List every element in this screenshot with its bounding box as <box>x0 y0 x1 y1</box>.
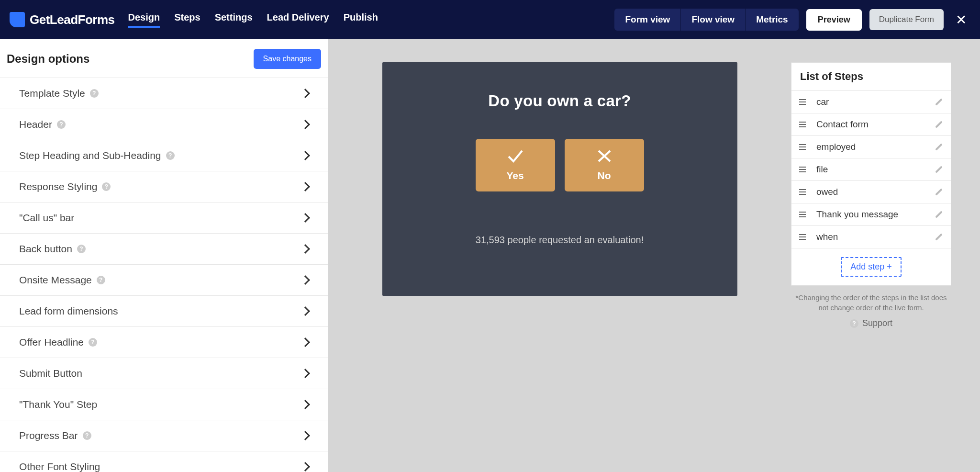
topbar-right: Form view Flow view Metrics Preview Dupl… <box>614 9 970 31</box>
help-icon[interactable]: ? <box>89 338 97 347</box>
step-row[interactable]: car <box>791 90 951 113</box>
tab-design[interactable]: Design <box>128 12 160 28</box>
form-canvas: Do you own a car? Yes No 31,593 people r… <box>328 39 791 472</box>
form-preview: Do you own a car? Yes No 31,593 people r… <box>382 62 737 296</box>
design-option-label: Template Style? <box>19 88 99 99</box>
pencil-icon[interactable] <box>934 165 943 174</box>
design-option-row[interactable]: Submit Button <box>0 358 328 389</box>
preview-button[interactable]: Preview <box>806 9 862 31</box>
step-row[interactable]: employed <box>791 135 951 158</box>
view-switch: Form view Flow view Metrics <box>614 9 798 31</box>
help-icon: ? <box>850 319 858 328</box>
drag-handle-icon[interactable] <box>799 212 806 217</box>
chevron-right-icon <box>301 182 310 191</box>
help-icon[interactable]: ? <box>90 89 99 98</box>
logo-icon <box>10 12 25 27</box>
steps-note: *Changing the order of the steps in the … <box>791 292 951 313</box>
design-option-row[interactable]: Step Heading and Sub-Heading? <box>0 140 328 171</box>
brand-logo[interactable]: GetLeadForms <box>10 12 115 27</box>
pencil-icon[interactable] <box>934 210 943 219</box>
step-name: Contact form <box>816 119 923 130</box>
pencil-icon[interactable] <box>934 97 943 107</box>
option-text: Offer Headline <box>19 337 84 348</box>
option-text: Progress Bar <box>19 430 78 441</box>
view-form[interactable]: Form view <box>614 9 681 31</box>
pencil-icon[interactable] <box>934 232 943 242</box>
design-option-row[interactable]: Onsite Message? <box>0 264 328 295</box>
help-icon[interactable]: ? <box>97 276 105 284</box>
design-option-row[interactable]: Other Font Styling <box>0 451 328 472</box>
design-option-row[interactable]: Response Styling? <box>0 171 328 202</box>
drag-handle-icon[interactable] <box>799 144 806 150</box>
sidebar-header: Design options Save changes <box>0 39 328 78</box>
step-row[interactable]: Thank you message <box>791 203 951 225</box>
step-row[interactable]: file <box>791 158 951 180</box>
check-icon <box>507 149 524 163</box>
drag-handle-icon[interactable] <box>799 99 806 105</box>
help-icon[interactable]: ? <box>102 182 111 191</box>
view-flow[interactable]: Flow view <box>681 9 746 31</box>
tab-steps[interactable]: Steps <box>174 12 200 28</box>
design-option-row[interactable]: Offer Headline? <box>0 326 328 358</box>
option-text: Header <box>19 119 52 130</box>
tab-settings[interactable]: Settings <box>215 12 253 28</box>
option-text: Template Style <box>19 88 85 99</box>
duplicate-form-button[interactable]: Duplicate Form <box>869 9 944 30</box>
step-row[interactable]: owed <box>791 180 951 203</box>
step-name: employed <box>816 142 923 152</box>
close-icon[interactable]: ✕ <box>951 10 970 29</box>
design-option-row[interactable]: "Call us" bar <box>0 202 328 233</box>
answer-no[interactable]: No <box>565 139 644 191</box>
design-option-row[interactable]: Back button? <box>0 233 328 264</box>
step-name: Thank you message <box>816 209 923 220</box>
design-option-row[interactable]: Header? <box>0 109 328 140</box>
pencil-icon[interactable] <box>934 142 943 152</box>
design-option-label: Response Styling? <box>19 181 111 192</box>
design-option-row[interactable]: Progress Bar? <box>0 420 328 451</box>
answer-yes-label: Yes <box>506 170 523 181</box>
design-option-label: Onsite Message? <box>19 274 105 286</box>
chevron-right-icon <box>301 431 310 440</box>
drag-handle-icon[interactable] <box>799 234 806 240</box>
steps-panel: List of Steps carContact formemployedfil… <box>791 62 951 472</box>
drag-handle-icon[interactable] <box>799 122 806 127</box>
main-layout: Design options Save changes Template Sty… <box>0 39 980 472</box>
help-icon[interactable]: ? <box>57 120 66 129</box>
add-step-button[interactable]: Add step + <box>841 257 902 277</box>
chevron-right-icon <box>301 213 310 223</box>
chevron-right-icon <box>301 89 310 98</box>
answer-no-label: No <box>598 170 611 181</box>
drag-handle-icon[interactable] <box>799 167 806 172</box>
design-option-row[interactable]: Template Style? <box>0 78 328 109</box>
pencil-icon[interactable] <box>934 187 943 197</box>
design-option-label: "Call us" bar <box>19 212 74 224</box>
design-option-label: Submit Button <box>19 368 82 379</box>
answer-row: Yes No <box>476 139 644 191</box>
pencil-icon[interactable] <box>934 120 943 129</box>
design-option-label: Offer Headline? <box>19 337 97 348</box>
chevron-right-icon <box>301 275 310 285</box>
brand-name: GetLeadForms <box>30 12 115 27</box>
help-icon[interactable]: ? <box>77 245 86 253</box>
view-metrics[interactable]: Metrics <box>746 9 799 31</box>
sidebar-title: Design options <box>7 52 89 66</box>
tab-lead-delivery[interactable]: Lead Delivery <box>267 12 329 28</box>
help-icon[interactable]: ? <box>83 431 91 440</box>
design-option-row[interactable]: Lead form dimensions <box>0 295 328 326</box>
design-option-label: Header? <box>19 119 66 130</box>
option-text: Step Heading and Sub-Heading <box>19 150 161 161</box>
chevron-right-icon <box>301 462 310 472</box>
support-link[interactable]: ? Support <box>791 318 951 328</box>
answer-yes[interactable]: Yes <box>476 139 555 191</box>
step-row[interactable]: Contact form <box>791 113 951 135</box>
drag-handle-icon[interactable] <box>799 189 806 195</box>
tab-publish[interactable]: Publish <box>344 12 378 28</box>
save-changes-button[interactable]: Save changes <box>254 49 321 69</box>
option-text: Back button <box>19 243 72 255</box>
design-option-label: Back button? <box>19 243 86 255</box>
design-option-row[interactable]: "Thank You" Step <box>0 389 328 420</box>
step-row[interactable]: when <box>791 225 951 248</box>
social-proof-text: 31,593 people requested an evaluation! <box>476 235 644 246</box>
top-bar: GetLeadForms Design Steps Settings Lead … <box>0 0 980 39</box>
help-icon[interactable]: ? <box>166 151 175 160</box>
